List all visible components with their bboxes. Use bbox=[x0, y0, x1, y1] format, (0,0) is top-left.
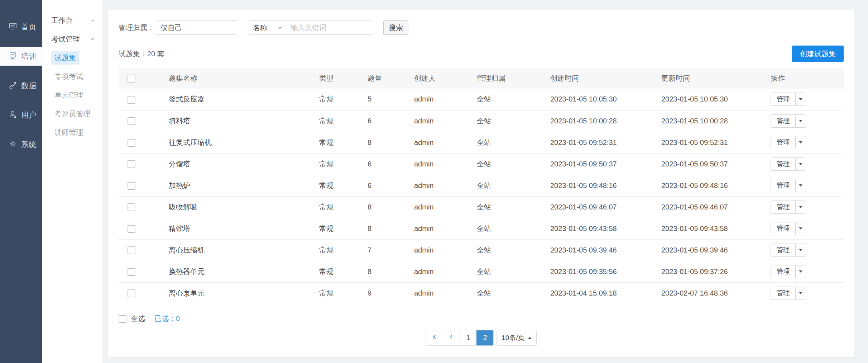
manage-button[interactable]: 管理 bbox=[771, 222, 795, 235]
question-set-count: 试题集：20 套 bbox=[119, 49, 164, 59]
cell-name: 填料塔 bbox=[169, 110, 319, 132]
page-button-1[interactable]: 1 bbox=[460, 330, 476, 345]
table-row: 釜式反应器 常规 5 admin 全站 2023-01-05 10:05:30 … bbox=[119, 89, 844, 110]
cell-created: 2023-01-05 09:52:31 bbox=[550, 132, 661, 153]
sidebar-item-data[interactable]: 数据 bbox=[0, 76, 42, 95]
menu-group-workbench[interactable]: 工作台 bbox=[42, 11, 102, 30]
selected-count[interactable]: 已选：0 bbox=[154, 314, 180, 324]
row-checkbox[interactable] bbox=[128, 203, 135, 211]
table-body: 釜式反应器 常规 5 admin 全站 2023-01-05 10:05:30 … bbox=[119, 89, 844, 304]
sidebar-item-label: 首页 bbox=[21, 22, 36, 32]
cell-updated: 2023-01-05 09:52:31 bbox=[661, 132, 771, 153]
caret-down-icon bbox=[799, 98, 802, 100]
sidebar-item-training[interactable]: 培训 bbox=[0, 47, 42, 66]
manage-dropdown-toggle[interactable] bbox=[795, 265, 806, 278]
manage-dropdown-toggle[interactable] bbox=[795, 201, 806, 213]
gear-icon bbox=[9, 140, 17, 150]
manage-button[interactable]: 管理 bbox=[771, 287, 795, 300]
cell-type: 常规 bbox=[319, 110, 368, 132]
row-checkbox[interactable] bbox=[128, 160, 135, 168]
cell-scope: 全站 bbox=[477, 153, 550, 175]
cell-updated: 2023-01-05 09:48:16 bbox=[661, 175, 771, 196]
keyword-input[interactable] bbox=[286, 20, 372, 35]
manage-button[interactable]: 管理 bbox=[771, 158, 795, 170]
user-icon bbox=[9, 110, 17, 121]
cell-scope: 全站 bbox=[477, 132, 550, 153]
row-checkbox[interactable] bbox=[128, 96, 135, 104]
manage-button[interactable]: 管理 bbox=[771, 93, 795, 105]
cell-type: 常规 bbox=[319, 153, 368, 175]
create-question-set-button[interactable]: 创建试题集 bbox=[792, 46, 844, 62]
pagination-bar: 1 2 10条/页 bbox=[119, 330, 844, 346]
manage-split-button: 管理 bbox=[771, 93, 806, 106]
first-page-button[interactable] bbox=[426, 330, 443, 345]
cell-creator: admin bbox=[414, 218, 477, 239]
sidebar-item-users[interactable]: 用户 bbox=[0, 106, 42, 124]
page-button-2[interactable]: 2 bbox=[476, 330, 493, 345]
search-button[interactable]: 搜索 bbox=[383, 20, 408, 35]
sidebar-item-home[interactable]: 首页 bbox=[0, 18, 42, 36]
row-checkbox[interactable] bbox=[128, 289, 135, 297]
manage-button[interactable]: 管理 bbox=[771, 244, 795, 256]
table-row: 离心压缩机 常规 7 admin 全站 2023-01-05 09:39:46 … bbox=[119, 239, 844, 261]
row-checkbox[interactable] bbox=[128, 268, 135, 276]
manage-dropdown-toggle[interactable] bbox=[795, 179, 806, 192]
cell-name: 离心压缩机 bbox=[169, 239, 319, 261]
cell-scope: 全站 bbox=[477, 89, 550, 110]
manage-split-button: 管理 bbox=[771, 157, 806, 171]
manage-dropdown-toggle[interactable] bbox=[795, 158, 806, 170]
caret-down-icon bbox=[799, 206, 802, 208]
page-size-select[interactable]: 10条/页 bbox=[497, 330, 536, 346]
menu-group-exam-management[interactable]: 考试管理 bbox=[42, 30, 102, 48]
search-field-select[interactable]: 名称 bbox=[249, 20, 286, 35]
cell-name: 换热器单元 bbox=[169, 261, 319, 282]
menu-item-label: 试题集 bbox=[51, 51, 79, 65]
chevron-down-icon bbox=[90, 16, 95, 25]
manage-button[interactable]: 管理 bbox=[771, 201, 795, 213]
manage-button[interactable]: 管理 bbox=[771, 115, 795, 127]
row-checkbox[interactable] bbox=[128, 139, 135, 147]
manage-split-button: 管理 bbox=[771, 201, 806, 214]
row-checkbox[interactable] bbox=[128, 182, 135, 190]
manage-button[interactable]: 管理 bbox=[771, 136, 795, 149]
manage-button[interactable]: 管理 bbox=[771, 265, 795, 278]
row-checkbox[interactable] bbox=[128, 246, 135, 254]
col-header-name: 题集名称 bbox=[169, 68, 319, 89]
cell-creator: admin bbox=[414, 110, 477, 132]
table-footer: 全选 已选：0 bbox=[119, 314, 844, 324]
cell-count: 8 bbox=[368, 196, 414, 218]
cell-scope: 全站 bbox=[477, 282, 550, 304]
caret-down-icon bbox=[799, 120, 802, 122]
manage-dropdown-toggle[interactable] bbox=[795, 93, 806, 105]
menu-item-question-sets[interactable]: 试题集 bbox=[42, 48, 102, 67]
select-all-checkbox[interactable] bbox=[119, 315, 126, 323]
manage-dropdown-toggle[interactable] bbox=[795, 287, 806, 300]
manage-button[interactable]: 管理 bbox=[771, 179, 795, 192]
manage-dropdown-toggle[interactable] bbox=[795, 244, 806, 256]
manage-split-button: 管理 bbox=[771, 265, 806, 278]
manage-dropdown-toggle[interactable] bbox=[795, 115, 806, 127]
col-header-updated: 更新时间 bbox=[661, 68, 771, 89]
manage-dropdown-toggle[interactable] bbox=[795, 136, 806, 149]
cell-created: 2023-01-05 10:00:28 bbox=[550, 110, 661, 132]
sidebar-item-system[interactable]: 系统 bbox=[0, 135, 42, 154]
row-checkbox[interactable] bbox=[128, 225, 135, 233]
prev-page-button[interactable] bbox=[443, 330, 460, 345]
caret-down-icon bbox=[799, 292, 802, 294]
cell-scope: 全站 bbox=[477, 110, 550, 132]
scope-filter-label: 管理归属： bbox=[119, 23, 154, 33]
cell-created: 2023-01-05 09:35:56 bbox=[550, 261, 661, 282]
scope-input[interactable] bbox=[156, 20, 237, 35]
select-all-label: 全选 bbox=[131, 314, 145, 324]
manage-dropdown-toggle[interactable] bbox=[795, 222, 806, 235]
menu-item-special-exams[interactable]: 专项考试 bbox=[42, 67, 102, 86]
select-all-header-checkbox[interactable] bbox=[128, 75, 135, 82]
sidebar-item-label: 系统 bbox=[21, 140, 36, 150]
cell-updated: 2023-01-05 09:43:58 bbox=[661, 218, 771, 239]
row-checkbox[interactable] bbox=[128, 117, 135, 125]
menu-item-lecturer-management[interactable]: 讲师管理 bbox=[42, 123, 102, 142]
col-header-type: 类型 bbox=[319, 68, 368, 89]
summary-bar: 试题集：20 套 创建试题集 bbox=[119, 46, 844, 62]
menu-item-unit-management[interactable]: 单元管理 bbox=[42, 86, 102, 104]
menu-item-examiner-management[interactable]: 考评员管理 bbox=[42, 104, 102, 123]
